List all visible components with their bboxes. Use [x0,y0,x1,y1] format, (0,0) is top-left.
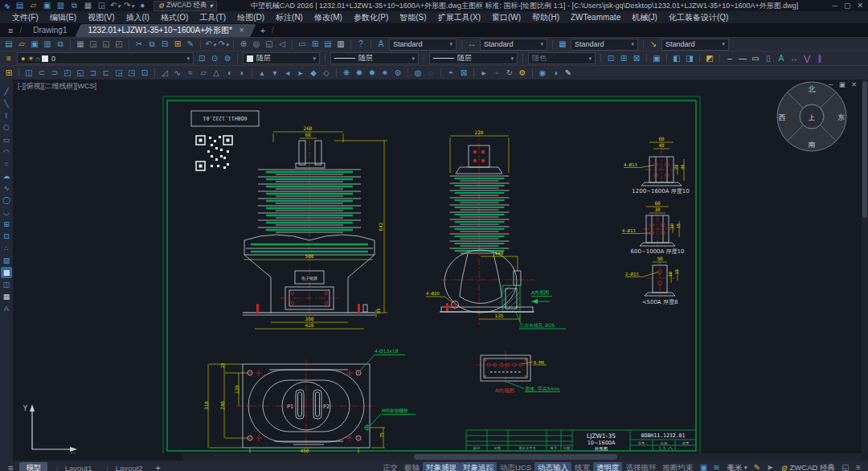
mech-sprocket-icon[interactable]: ✺ [354,68,365,78]
layer-freeze-icon[interactable]: ☀ [27,55,33,63]
ducs[interactable]: 动态UCS [497,462,534,471]
sheet-set-icon[interactable]: ▥ [335,39,346,50]
menu-smart[interactable]: 智能(S) [394,12,432,23]
selection-cycling[interactable]: 选择循环 [622,462,659,471]
mech-seal-icon[interactable]: ◱ [75,68,86,78]
publish-icon[interactable]: ◰ [113,39,125,50]
menu-draw[interactable]: 绘图(D) [231,12,270,23]
undo-icon[interactable]: ↶▾ [205,39,216,50]
revision-cloud-icon[interactable]: ☁ [1,170,12,182]
mech-gear-icon[interactable]: ❋ [341,68,352,78]
plot-icon[interactable]: ▦ [82,1,93,11]
block-create-icon[interactable]: ⊡ [605,53,616,63]
save-as-icon[interactable]: ▥ [42,39,53,50]
viewport-single-icon[interactable]: ▭ [297,39,308,50]
mech-bolt-icon[interactable]: ◲ [113,68,125,78]
viewport-minimize-icon[interactable]: ─ [829,80,833,88]
infer-constraints[interactable]: 推断约束 [659,462,696,471]
copy-drawing-icon[interactable]: ⧉ [68,1,80,11]
dim-style-dropdown[interactable]: Standard▾ [480,39,547,51]
menu-chemical[interactable]: 化工装备设计(Q) [663,12,734,23]
maximize-button[interactable]: ▢ [844,2,851,10]
mech-spring-icon[interactable]: ∿ [172,68,183,78]
customize-statusbar-icon[interactable]: ≡ [853,463,864,471]
pan-icon[interactable]: ⊕ [238,39,249,50]
vertical-scrollbar-thumb[interactable] [862,81,867,218]
ortho[interactable]: 正交 [379,462,401,471]
save-file-icon[interactable]: ▣ [29,39,40,50]
text-tool-icon[interactable]: A [776,53,787,63]
rectangle-tool-icon[interactable]: ▭ [750,53,761,63]
workspace-dropdown[interactable]: ⚙ ZWCAD 经典 ▾ [154,1,216,11]
mech-arc-right-icon[interactable]: ◗ [236,68,248,78]
menu-file[interactable]: 文件(F) [6,12,44,23]
menu-format[interactable]: 格式(O) [155,12,194,23]
zwcad-cloud-icon[interactable]: ● [137,1,148,11]
mech-settings-icon[interactable]: ⚙ [517,68,528,78]
menu-window[interactable]: 窗口(W) [486,12,526,23]
otrack[interactable]: 对象追踪 [460,462,497,471]
annotation-scale-icon[interactable]: ▣ [698,463,709,471]
menu-insert[interactable]: 插入(I) [120,12,154,23]
layout2[interactable]: Layout2 [100,463,149,471]
mech-overlay-icon[interactable]: ▫ [491,68,502,78]
hatch-icon[interactable]: ▨ [1,255,12,266]
tab-current-drawing[interactable]: 1232.01+LJZW1-35+10~1600A+外形图* × [78,24,253,37]
navigation-compass[interactable]: 北 南 西 东 上 [777,82,846,151]
menu-zwteammate[interactable]: ZWTeammate [565,13,626,22]
plot-preview-icon[interactable]: ◲ [88,39,99,50]
polar[interactable]: 极轴 [401,462,423,471]
zoom-previous-icon[interactable]: ◁ [276,39,288,50]
menu-view[interactable]: 视图(V) [82,12,120,23]
point-icon[interactable]: ∴ [1,243,12,254]
menu-modify[interactable]: 修改(M) [309,12,348,23]
line-icon[interactable]: ╱ [1,86,12,97]
menu-parametric[interactable]: 参数化(P) [348,12,394,23]
create-block-icon[interactable]: ⊡ [1,231,12,242]
underlay-attach-icon[interactable]: ◨ [684,53,695,63]
paste-icon[interactable]: ⊟ [159,39,170,50]
layer-previous-icon[interactable]: ⊙ [209,53,220,63]
viewport-restore-icon[interactable]: ▣ [839,80,845,88]
block-attach-icon[interactable]: ⊠ [631,53,642,63]
gradient-icon[interactable]: ▩ [1,267,12,278]
block-edit-icon[interactable]: ⊞ [618,53,629,63]
mech-pulley-icon[interactable]: ⊛ [392,68,403,78]
annotation-brush-icon[interactable]: ✎ [751,463,763,471]
open-file-icon[interactable]: ▱ [27,1,39,11]
save-file-icon[interactable]: ▣ [41,1,52,11]
menu-help[interactable]: 帮助(H) [526,12,565,23]
horizontal-scrollbar-thumb[interactable] [414,454,617,460]
stretch-icon[interactable]: ⋁ [801,53,813,63]
horizontal-scrollbar[interactable] [183,453,862,461]
circle-icon[interactable]: ○ [1,158,12,170]
mech-rotate-icon[interactable]: ↻ [504,68,515,78]
cloud-sync-icon[interactable]: ◉ [537,68,548,78]
zoom-window-icon[interactable]: ◱ [264,39,275,50]
copy-icon[interactable]: ⧉ [146,39,158,50]
layer-color-swatch[interactable] [42,55,48,62]
mech-chamfer-icon[interactable]: ◿ [159,68,170,78]
mech-coupling-icon[interactable]: ⊃ [49,68,60,78]
format-painter-icon[interactable]: ✎ [185,39,196,50]
wipeout-icon[interactable]: ▯ [763,53,774,63]
paste-special-icon[interactable]: ⊞ [172,39,183,50]
redo-icon[interactable]: ↷▾ [123,1,134,11]
mech-title-block-icon[interactable]: ◓ [445,68,457,78]
viewport-label[interactable]: [-][俯视][二维线框][WCS] [18,81,96,92]
mech-fastener-left-icon[interactable]: ◂ [282,68,293,78]
mech-frame-icon[interactable]: ▱ [198,68,209,78]
layer-states-manager-icon[interactable]: ⊜ [222,53,233,63]
mech-cam-icon[interactable]: ✷ [379,68,391,78]
cursor-config-icon[interactable]: ➤ [764,463,776,471]
mech-bom-icon[interactable]: ◌ [425,68,436,78]
plotstyle-dropdown[interactable]: 随色▾ [528,52,596,64]
plot-preview-icon[interactable]: ◲ [96,1,107,11]
drawing-canvas[interactable]: 0DBH11.1232.01 260 [13,80,862,453]
menu-edit[interactable]: 编辑(E) [44,12,82,23]
mech-bearing-icon[interactable]: ⊂ [36,68,47,78]
menu-tools[interactable]: 工具(T) [194,12,231,23]
plot-icon[interactable]: ▦ [75,39,86,50]
menu-express[interactable]: 扩展工具(X) [432,12,486,23]
cut-icon[interactable]: ✂ [133,39,145,50]
